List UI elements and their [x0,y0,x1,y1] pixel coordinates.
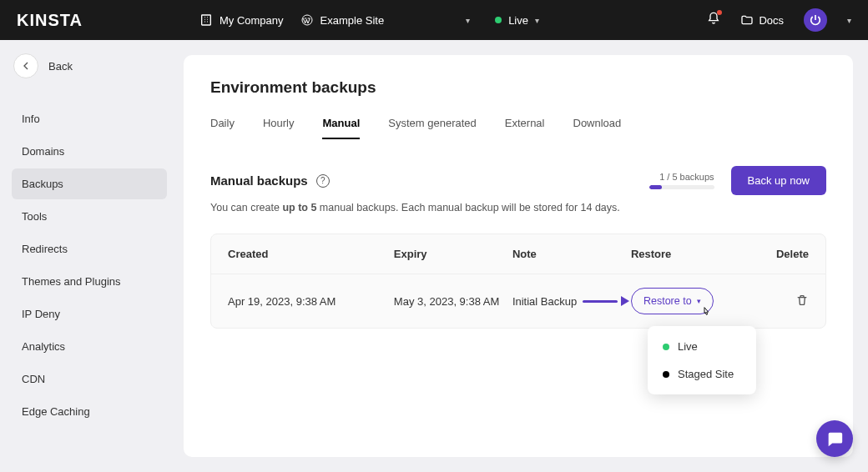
sidebar-item-backups[interactable]: Backups [12,168,167,199]
cell-expiry: May 3, 2023, 9:38 AM [394,295,512,308]
logo: KINSTA [17,11,83,30]
tabs: Daily Hourly Manual System generated Ext… [210,117,826,139]
content-card: Environment backups Daily Hourly Manual … [184,55,853,457]
sidebar-item-redirects[interactable]: Redirects [12,233,167,264]
restore-label: Restore to [643,295,692,307]
sidebar-nav: Info Domains Backups Tools Redirects The… [12,103,167,427]
site-name: Example Site [320,14,385,27]
dropdown-label: Staged Site [678,368,734,380]
back-row[interactable]: Back [12,52,167,80]
chevron-down-icon: ▾ [535,16,539,25]
tab-system-generated[interactable]: System generated [388,117,477,139]
restore-to-button[interactable]: Restore to ▾ [631,288,714,314]
chevron-down-icon: ▾ [466,16,470,25]
svg-rect-0 [202,15,211,25]
company-selector[interactable]: My Company [199,13,284,27]
dropdown-label: Live [678,340,698,353]
tab-download[interactable]: Download [573,117,622,139]
delete-button[interactable] [795,294,809,307]
page-title: Environment backups [210,78,826,97]
cell-note: Initial Backup [512,295,631,308]
table-row: Apr 19, 2023, 9:38 AM May 3, 2023, 9:38 … [211,274,825,328]
back-button[interactable] [13,53,38,78]
progress-label: 1 / 5 backups [659,172,714,182]
back-label: Back [48,60,73,73]
column-created: Created [228,248,394,260]
backups-table: Created Expiry Note Restore Delete Apr 1… [210,233,826,329]
arrow-left-icon [19,59,33,73]
chevron-down-icon[interactable]: ▾ [847,16,851,25]
tab-hourly[interactable]: Hourly [263,117,295,139]
sidebar-item-tools[interactable]: Tools [12,201,167,232]
notification-badge [717,10,722,15]
tab-manual[interactable]: Manual [322,117,360,139]
topbar: KINSTA My Company Example Site ▾ Live ▾ … [0,0,868,40]
sidebar-item-edge-caching[interactable]: Edge Caching [12,396,167,427]
notifications-button[interactable] [707,12,720,28]
cell-created: Apr 19, 2023, 9:38 AM [228,295,394,308]
column-delete: Delete [749,248,809,260]
sidebar-item-themes-plugins[interactable]: Themes and Plugins [12,266,167,297]
trash-icon [795,294,809,307]
user-avatar[interactable] [804,8,827,32]
power-icon [809,13,822,27]
sidebar-item-ip-deny[interactable]: IP Deny [12,299,167,329]
building-icon [199,13,213,27]
folder-icon [740,13,754,27]
backup-now-button[interactable]: Back up now [731,166,826,195]
chat-icon [825,429,844,448]
wordpress-icon [300,13,314,27]
site-selector[interactable]: Example Site ▾ [300,13,471,27]
help-icon[interactable]: ? [316,174,330,188]
chevron-down-icon: ▾ [697,297,701,305]
sidebar-item-analytics[interactable]: Analytics [12,331,167,362]
sidebar-item-info[interactable]: Info [12,103,167,134]
sidebar-item-domains[interactable]: Domains [12,136,167,167]
column-restore: Restore [631,248,749,260]
section-title: Manual backups [210,173,308,188]
progress-bar [649,185,714,189]
status-dot-icon [663,371,669,378]
backup-progress: 1 / 5 backups [649,172,714,189]
cell-restore: Restore to ▾ Live [631,288,749,314]
status-dot-icon [663,344,669,350]
company-name: My Company [220,14,284,27]
column-note: Note [512,248,631,260]
sidebar: Back Info Domains Backups Tools Redirect… [0,40,179,472]
docs-label: Docs [759,14,784,27]
column-expiry: Expiry [394,248,512,260]
status-dot-icon [495,17,502,23]
sidebar-item-cdn[interactable]: CDN [12,364,167,394]
dropdown-item-staged[interactable]: Staged Site [648,360,756,388]
chat-button[interactable] [816,420,853,457]
section-description: You can create up to 5 manual backups. E… [210,202,826,213]
docs-link[interactable]: Docs [740,13,784,27]
dropdown-item-live[interactable]: Live [648,333,756,360]
env-label: Live [508,14,528,27]
tab-daily[interactable]: Daily [210,117,235,139]
environment-selector[interactable]: Live ▾ [495,14,539,27]
tab-external[interactable]: External [505,117,545,139]
restore-dropdown: Live Staged Site [648,326,756,394]
